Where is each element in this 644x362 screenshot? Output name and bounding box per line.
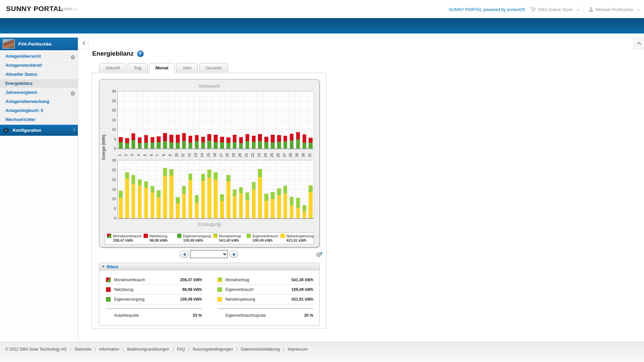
bar-segment-netzbezug [296,132,300,139]
bar-segment-eigenversorgung [214,142,217,148]
divider: | [283,347,284,352]
footer-link-datenschutzerklrung[interactable]: Datenschutzerklärung [241,347,280,352]
sidebar-item-label: Anlagenüberwachung [5,99,49,104]
bar-segment-netzbezug [189,136,192,143]
y-tick-label: 5 [114,206,116,210]
scroll-top-button[interactable] [634,38,644,49]
day-column [206,160,212,218]
day-column [162,91,168,148]
day-column [282,91,288,148]
bar-segment-eigenverbrauch [277,188,281,195]
sidebar-item-konfiguration[interactable]: Konfiguration [0,125,78,136]
sidebar-item-wechselrichter[interactable]: Wechselrichter [0,115,78,124]
collapse-triangle-icon [102,266,105,267]
legend-value: 431,91 kWh [286,238,314,242]
prev-period-button[interactable] [180,250,189,258]
bar-segment-netzeinspeisung [277,195,281,218]
sidebar-item-jahresvergleich[interactable]: Jahresvergleich [0,88,78,97]
legend-value: 208,47 kWh [113,238,142,242]
sidebar-item-label: Anlagensteckbrief [5,63,42,68]
y-tick-label: 25 [112,168,116,172]
period-select[interactable] [190,250,228,258]
bilanz-row: Monatsverbrauch208,47 kWh [106,275,202,285]
verbrauch-plot: 302520151050 [117,91,314,149]
page: SUNNY PORTAL Deutsch SUNNY PORTAL powere… [0,0,644,362]
footer-link-bedienungsanleitungen[interactable]: Bedienungsanleitungen [127,347,169,352]
bar-segment-netzeinspeisung [290,205,293,218]
bilanz-label: Eigenverbrauch [225,287,288,292]
divider: | [95,347,96,352]
tab-monat[interactable]: Monat [149,63,175,73]
bar-segment-eigenversorgung [138,143,142,148]
bar-segment-netzeinspeisung [239,193,243,218]
bar-segment-netzeinspeisung [214,180,217,218]
bilanz-header[interactable]: Bilanz [99,263,319,270]
bar-columns [118,160,314,218]
bar-segment-eigenversorgung [131,140,135,148]
bilanz-row: Netzeinspeisung431,91 kWh [217,295,313,304]
day-column [149,160,155,218]
sidebar-item-anlagenlogbuch[interactable]: Anlagenlogbuch: 0 [0,106,78,115]
footer-link-information[interactable]: Information [99,347,119,352]
sidebar-item-anlagensteckbrief[interactable]: Anlagensteckbrief [0,61,78,70]
help-icon[interactable]: ? [137,51,144,57]
day-column [307,91,314,148]
store-link[interactable]: SMA Online Store [530,7,579,12]
bilanz-quote-value: 53 % [193,313,202,318]
bar-segment-eigenverbrauch [252,182,256,189]
bar-segment-eigenversorgung [233,142,236,148]
tab-aktuell[interactable]: Aktuell [99,63,126,72]
day-label: 21 [244,151,251,159]
day-column [212,91,219,148]
bilanz-value: 109,49 kWh [180,297,202,302]
collapse-sidebar-button[interactable] [80,38,89,49]
period-nav [92,250,326,260]
day-column [288,160,295,218]
sidebar-item-anlagenbersicht[interactable]: Anlagenübersicht [0,52,78,61]
bar-segment-netzbezug [131,133,135,140]
tab-jahr[interactable]: Jahr [176,63,198,72]
day-column [219,91,225,148]
bar-segment-netzeinspeisung [182,194,186,218]
footer-link-startseite[interactable]: Startseite [74,347,92,352]
day-label: 7 [155,151,162,159]
powered-by-link[interactable]: SUNNY PORTAL powered by ennexOS [449,7,525,12]
bar-segment-eigenversorgung [151,142,154,148]
bar-segment-netzeinspeisung [189,180,192,218]
language-selector[interactable]: Deutsch [56,6,76,11]
footer-link-faq[interactable]: FAQ [177,347,185,352]
bar-segment-netzbezug [144,135,148,143]
footer-link-impressum[interactable]: Impressum [288,347,308,352]
y-tick-label: 5 [114,137,116,141]
bar-segment-netzbezug [119,137,122,142]
sidebar-item-anlagenberwachung[interactable]: Anlagenüberwachung [0,97,78,106]
day-label: 11 [181,151,187,159]
bar-segment-eigenverbrauch [138,179,142,185]
bar-segment-netzbezug [246,134,249,141]
bar-segment-eigenversorgung [189,143,192,148]
sunny-portal-logo: SUNNY PORTAL [6,5,63,13]
bar-segment-eigenverbrauch [303,205,306,212]
bar-segment-netzeinspeisung [169,176,173,218]
day-column [200,160,206,218]
legend-item-top: Monatsertrag [213,234,245,238]
day-column [181,160,187,218]
bar-segment-netzeinspeisung [309,192,312,218]
day-label: 15 [206,151,213,159]
bar-segment-netzbezug [176,135,179,143]
user-menu[interactable]: Michael Perlitschke [588,7,639,12]
sidebar-item-energiebilanz[interactable]: Energiebilanz [0,79,78,88]
day-column [174,91,181,148]
tab-gesamt[interactable]: Gesamt [199,63,228,72]
next-period-button[interactable] [229,250,238,258]
footer-link-nutzungsbedingungen[interactable]: Nutzungsbedingungen [193,347,233,352]
tab-tag[interactable]: Tag [127,63,148,72]
chart-settings-button[interactable] [315,251,323,258]
bar-segment-netzeinspeisung [201,181,205,218]
divider: | [172,347,173,352]
legend-swatch-green [177,234,181,238]
sidebar-item-aktuellerstatus[interactable]: Aktueller Status [0,70,78,79]
bar-segment-netzeinspeisung [125,179,129,218]
plant-header[interactable]: PVA-Perlitschke [0,38,78,50]
bar-segment-eigenversorgung [271,142,274,148]
